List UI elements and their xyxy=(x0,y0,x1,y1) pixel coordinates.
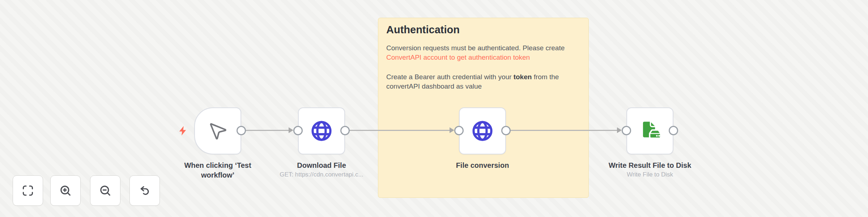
connection-arrow-icon xyxy=(289,127,293,133)
connector-input-convert[interactable] xyxy=(454,126,464,135)
node-title: File conversion xyxy=(439,161,526,170)
connection-line xyxy=(348,130,450,131)
lightning-bolt-icon xyxy=(178,124,189,137)
connector-output-write[interactable] xyxy=(669,126,678,135)
node-label-download-file: Download File GET: https://cdn.convertap… xyxy=(278,161,365,178)
globe-icon xyxy=(310,119,333,142)
zoom-in-icon xyxy=(58,183,73,198)
node-download-file[interactable] xyxy=(298,107,345,154)
sticky-note-title: Authentication xyxy=(386,24,460,36)
node-subtitle: Write File to Disk xyxy=(601,171,699,178)
connector-input-download[interactable] xyxy=(293,126,303,135)
undo-button[interactable] xyxy=(129,175,160,206)
globe-icon xyxy=(471,119,494,142)
sticky-note-paragraph-2: Create a Bearer auth credential with you… xyxy=(386,72,574,91)
node-title: When clicking ‘Test workflow’ xyxy=(178,161,258,180)
zoom-in-button[interactable] xyxy=(50,175,81,206)
node-manual-trigger[interactable] xyxy=(194,107,241,154)
zoom-to-fit-icon xyxy=(21,183,35,198)
sticky-note-text: Create a Bearer auth credential with you… xyxy=(386,73,514,81)
connector-output-convert[interactable] xyxy=(501,126,511,135)
convertapi-account-link[interactable]: ConvertAPI account to get authentication… xyxy=(386,53,582,62)
connection-arrow-icon xyxy=(450,127,454,133)
undo-icon xyxy=(137,183,152,198)
workflow-canvas[interactable]: Authentication Conversion requests must … xyxy=(0,0,868,217)
node-subtitle: GET: https://cdn.convertapi.c... xyxy=(278,171,365,178)
connector-output-download[interactable] xyxy=(340,126,350,135)
mouse-cursor-icon xyxy=(207,120,228,141)
zoom-out-button[interactable] xyxy=(90,175,120,206)
node-title: Download File xyxy=(278,161,365,170)
file-to-disk-icon xyxy=(638,119,662,143)
zoom-out-icon xyxy=(98,183,112,198)
connection-line xyxy=(509,130,618,131)
node-write-file-to-disk[interactable] xyxy=(626,107,673,154)
sticky-note-paragraph-1: Conversion requests must be authenticate… xyxy=(386,43,582,62)
sticky-note-bold-text: token xyxy=(514,73,532,81)
node-label-manual-trigger: When clicking ‘Test workflow’ xyxy=(178,161,258,180)
connection-line xyxy=(244,130,289,131)
connector-output-trigger[interactable] xyxy=(237,126,246,135)
node-title: Write Result File to Disk xyxy=(601,161,699,170)
zoom-to-fit-button[interactable] xyxy=(13,175,43,206)
node-label-file-conversion: File conversion xyxy=(439,161,526,170)
connector-input-write[interactable] xyxy=(622,126,631,135)
node-label-write-file-to-disk: Write Result File to Disk Write File to … xyxy=(601,161,699,178)
node-file-conversion[interactable] xyxy=(459,107,506,154)
connection-arrow-icon xyxy=(617,127,622,133)
sticky-note-text: Conversion requests must be authenticate… xyxy=(386,44,565,52)
